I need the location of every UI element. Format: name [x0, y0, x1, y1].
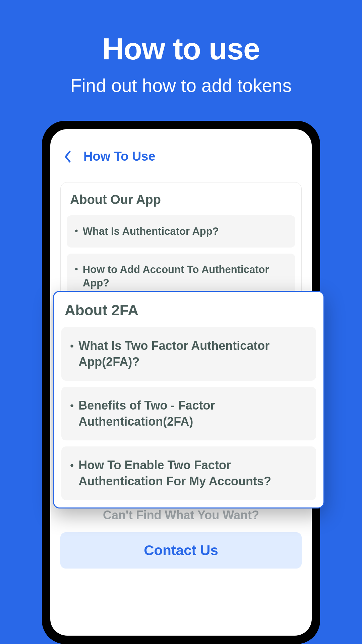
faq-item[interactable]: • How To Enable Two Factor Authenticatio… [61, 446, 316, 500]
hero-title: How to use [0, 32, 362, 66]
footer-prompt: Can't Find What You Want? [60, 508, 302, 522]
section-title-about-app: About Our App [67, 193, 295, 207]
contact-us-button[interactable]: Contact Us [60, 532, 302, 569]
section-title-about-2fa: About 2FA [61, 302, 316, 319]
faq-item-text: What Is Two Factor Authenticator App(2FA… [78, 338, 307, 370]
faq-item[interactable]: • What Is Authenticator App? [67, 215, 295, 248]
bullet-icon: • [70, 338, 74, 354]
faq-item-text: What Is Authenticator App? [83, 225, 219, 238]
hero-subtitle: Find out how to add tokens [0, 75, 362, 96]
faq-item-text: How to Add Account To Authenticator App? [83, 263, 287, 290]
bullet-icon: • [70, 457, 74, 473]
back-icon[interactable] [64, 150, 72, 163]
hero-section: How to use Find out how to add tokens [0, 0, 362, 96]
faq-item[interactable]: • What Is Two Factor Authenticator App(2… [61, 327, 316, 381]
nav-header: How To Use [60, 149, 302, 164]
phone-screen: How To Use About Our App • What Is Authe… [50, 129, 312, 636]
bullet-icon: • [75, 225, 78, 237]
bullet-icon: • [70, 397, 74, 414]
nav-title: How To Use [83, 149, 156, 164]
phone-frame: How To Use About Our App • What Is Authe… [42, 121, 320, 644]
faq-item-text: How To Enable Two Factor Authentication … [78, 457, 307, 489]
footer-section: Can't Find What You Want? Contact Us [60, 508, 302, 569]
faq-item-text: Benefits of Two - Factor Authentication(… [78, 397, 307, 430]
section-about-2fa: About 2FA • What Is Two Factor Authentic… [53, 291, 324, 508]
bullet-icon: • [75, 263, 78, 275]
faq-item[interactable]: • Benefits of Two - Factor Authenticatio… [61, 387, 316, 440]
